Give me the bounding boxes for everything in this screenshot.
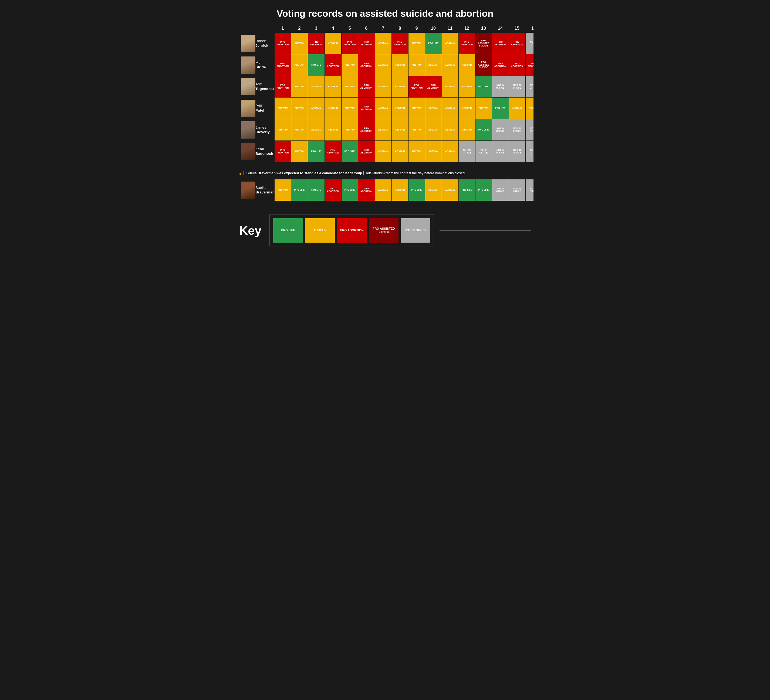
vote-cell: ABSTAIN: [526, 97, 534, 119]
vote-cell: PRO LIFE: [308, 179, 325, 201]
vote-cell: PRO ABORTION: [408, 76, 425, 97]
vote-cell: ABSTAIN: [391, 76, 408, 97]
person-row-braverman: SuellaBraverman ABSTAINPRO LIFEPRO LIFEP…: [239, 179, 534, 201]
vote-cell: ABSTAIN: [442, 141, 458, 162]
vote-cell: NOT IN OFFICE: [492, 119, 509, 141]
person-row-badenoch: KemiBadenoch PRO ABORTIONABSTAINPRO LIFE…: [239, 141, 534, 162]
name-cell-patel: PritiPatel: [239, 97, 274, 119]
vote-cell: ABSTAIN: [308, 119, 325, 141]
vote-cell: PRO ABORTION: [358, 33, 375, 54]
vote-cell: NOT IN OFFICE: [509, 76, 526, 97]
vote-cell: ABSTAIN: [425, 97, 442, 119]
vote-cell: NOT IN OFFICE: [509, 119, 526, 141]
vote-cell: ABSTAIN: [509, 97, 526, 119]
vote-cell: ABSTAIN: [375, 141, 391, 162]
vote-cell: ABSTAIN: [425, 119, 442, 141]
vote-cell: ABSTAIN: [375, 33, 391, 54]
vote-cell: PRO ABORTION: [458, 33, 475, 54]
key-item-not-in-office: NOT IN OFFICE: [401, 218, 430, 243]
key-item-abstain: ABSTAIN: [305, 218, 335, 243]
name-cell-jenrick: RobertJenrick: [239, 33, 274, 54]
vote-cell: PRO LIFE: [291, 179, 308, 201]
photo-cleverly: [241, 121, 256, 139]
vote-cell: ABSTAIN: [341, 97, 358, 119]
vote-cell: PRO ABORTION: [325, 179, 341, 201]
vote-cell: ABSTAIN: [291, 97, 308, 119]
vote-cell: ABSTAIN: [458, 54, 475, 76]
vote-cell: NOT IN OFFICE: [458, 141, 475, 162]
vote-cell: ABSTAIN: [442, 54, 458, 76]
vote-cell: ABSTAIN: [442, 179, 458, 201]
vote-cell: PRO LIFE: [341, 141, 358, 162]
key-item-pro-assisted-suicide: PRO ASSISTED SUICIDE: [369, 218, 398, 243]
vote-cell: ABSTAIN: [458, 76, 475, 97]
vote-cell: ABSTAIN: [291, 33, 308, 54]
vote-cell: ABSTAIN: [442, 76, 458, 97]
person-name-jenrick: RobertJenrick: [256, 39, 269, 48]
vote-cell: PRO ABORTION: [509, 33, 526, 54]
vote-cell: PRO ASSISTED SUICIDE: [475, 33, 492, 54]
name-cell-braverman: SuellaBraverman: [239, 179, 274, 201]
vote-cell: PRO LIFE: [475, 179, 492, 201]
person-row-stride: MelStride PRO ABORTIONABSTAINPRO LIFEPRO…: [239, 54, 534, 76]
vote-cell: ABSTAIN: [375, 76, 391, 97]
col-header-15: 15: [509, 24, 526, 33]
braverman-section: SuellaBraverman ABSTAINPRO LIFEPRO LIFEP…: [236, 179, 534, 206]
person-name-tugendhat: TomTugendhat: [256, 82, 274, 91]
vote-cell: PRO ABORTION: [274, 33, 291, 54]
key-box: PRO LIFEABSTAINPRO ABORTIONPRO ASSISTED …: [269, 214, 434, 246]
photo-badenoch: [241, 143, 256, 160]
vote-cell: PRO ABORTION: [358, 179, 375, 201]
vote-cell: PRO ABORTION: [308, 33, 325, 54]
person-row-jenrick: RobertJenrick PRO ABORTIONABSTAINPRO ABO…: [239, 33, 534, 54]
vote-cell: ABSTAIN: [325, 33, 341, 54]
vote-cell: PRO ABORTION: [274, 141, 291, 162]
col-header-7: 7: [375, 24, 391, 33]
name-cell-badenoch: KemiBadenoch: [239, 141, 274, 162]
vote-cell: ABSTAIN: [475, 97, 492, 119]
vote-cell: PRO LIFE: [341, 179, 358, 201]
braverman-note: Suella Braverman was expected to stand a…: [236, 168, 534, 179]
vote-cell: NOT IN OFFICE: [475, 141, 492, 162]
photo-tugendhat: [241, 78, 256, 96]
vote-cell: PRO ABORTION: [509, 54, 526, 76]
vote-cell: NOT IN OFFICE: [526, 119, 534, 141]
col-header-13: 13: [475, 24, 492, 33]
vote-cell: ABSTAIN: [291, 54, 308, 76]
photo-stride: [241, 57, 256, 74]
vote-cell: ABSTAIN: [341, 119, 358, 141]
vote-cell: PRO ABORTION: [425, 76, 442, 97]
person-name-patel: PritiPatel: [256, 104, 264, 113]
col-header-10: 10: [425, 24, 442, 33]
vote-cell: NOT IN OFFICE: [492, 76, 509, 97]
person-name-braverman: SuellaBraverman: [256, 186, 275, 194]
vote-cell: PRO LIFE: [458, 179, 475, 201]
name-cell-cleverly: JamesCleverly: [239, 119, 274, 141]
vote-cell: PRO LIFE: [425, 33, 442, 54]
vote-cell: ABSTAIN: [408, 97, 425, 119]
vote-cell: PRO ASSISTED SUICIDE: [475, 54, 492, 76]
vote-cell: ABSTAIN: [408, 54, 425, 76]
vote-cell: ABSTAIN: [391, 141, 408, 162]
vote-cell: ABSTAIN: [308, 76, 325, 97]
col-header-12: 12: [458, 24, 475, 33]
vote-cell: ABSTAIN: [408, 33, 425, 54]
vote-cell: ABSTAIN: [375, 97, 391, 119]
vote-cell: PRO LIFE: [408, 179, 425, 201]
key-title: Key: [239, 224, 261, 238]
vote-cell: PRO ABORTION: [358, 54, 375, 76]
person-name-badenoch: KemiBadenoch: [256, 147, 273, 156]
vote-cell: PRO ABORTION: [358, 141, 375, 162]
vote-cell: PRO ABORTION: [492, 33, 509, 54]
vote-cell: ABSTAIN: [458, 97, 475, 119]
vote-cell: NOT IN OFFICE: [509, 141, 526, 162]
vote-cell: NOT IN OFFICE: [492, 179, 509, 201]
col-header-16: 16: [526, 24, 534, 33]
vote-cell: PRO ABORTION: [274, 54, 291, 76]
vote-cell: NOT IN OFFICE: [492, 141, 509, 162]
separator-line: [440, 230, 531, 231]
vote-cell: ABSTAIN: [274, 97, 291, 119]
vote-cell: ABSTAIN: [274, 179, 291, 201]
key-item-pro-life: PRO LIFE: [273, 218, 303, 243]
vote-cell: PRO ABORTION: [526, 54, 534, 76]
